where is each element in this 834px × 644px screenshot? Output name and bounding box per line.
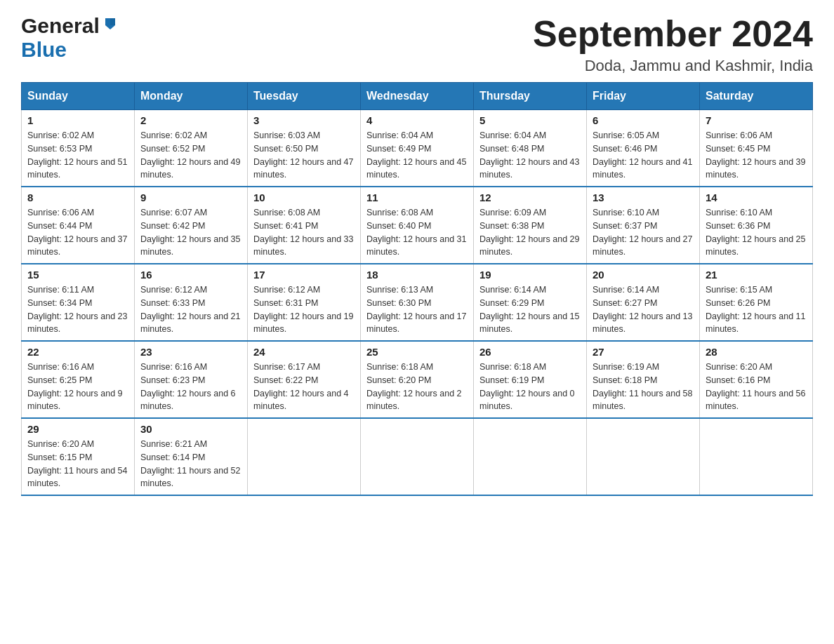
day-info: Sunrise: 6:04 AMSunset: 6:48 PMDaylight:…	[479, 130, 579, 180]
day-number: 12	[479, 192, 581, 203]
day-info: Sunrise: 6:21 AMSunset: 6:14 PMDaylight:…	[140, 439, 240, 488]
day-info: Sunrise: 6:16 AMSunset: 6:25 PMDaylight:…	[27, 362, 123, 411]
col-thursday: Thursday	[474, 83, 587, 110]
title-block: September 2024 Doda, Jammu and Kashmir, …	[533, 14, 813, 75]
day-number: 1	[27, 114, 128, 126]
table-row: 21 Sunrise: 6:15 AMSunset: 6:26 PMDaylig…	[700, 264, 813, 341]
table-row: 10 Sunrise: 6:08 AMSunset: 6:41 PMDaylig…	[248, 187, 361, 264]
table-row: 29 Sunrise: 6:20 AMSunset: 6:15 PMDaylig…	[22, 418, 135, 495]
day-info: Sunrise: 6:18 AMSunset: 6:19 PMDaylight:…	[479, 362, 575, 411]
day-number: 20	[593, 269, 694, 281]
table-row: 25 Sunrise: 6:18 AMSunset: 6:20 PMDaylig…	[361, 341, 474, 418]
logo-blue-text: Blue	[21, 38, 67, 61]
table-row: 16 Sunrise: 6:12 AMSunset: 6:33 PMDaylig…	[135, 264, 248, 341]
day-number: 30	[140, 423, 241, 435]
day-number: 24	[253, 346, 355, 358]
logo-general-text: General	[21, 14, 100, 38]
day-info: Sunrise: 6:06 AMSunset: 6:45 PMDaylight:…	[706, 130, 805, 180]
day-number: 25	[366, 346, 468, 358]
col-monday: Monday	[135, 83, 248, 110]
day-info: Sunrise: 6:15 AMSunset: 6:26 PMDaylight:…	[706, 285, 805, 334]
day-info: Sunrise: 6:18 AMSunset: 6:20 PMDaylight:…	[366, 362, 462, 411]
col-friday: Friday	[587, 83, 700, 110]
table-row: 1 Sunrise: 6:02 AMSunset: 6:53 PMDayligh…	[22, 110, 135, 187]
svg-marker-1	[110, 18, 115, 25]
table-row: 3 Sunrise: 6:03 AMSunset: 6:50 PMDayligh…	[248, 110, 361, 187]
page-header: General Blue September 2024 Doda, Jammu …	[21, 14, 813, 75]
day-info: Sunrise: 6:08 AMSunset: 6:41 PMDaylight:…	[253, 208, 353, 257]
day-number: 4	[366, 114, 468, 126]
day-number: 18	[366, 269, 468, 281]
day-number: 5	[479, 114, 581, 126]
day-number: 9	[140, 192, 241, 203]
table-row: 28 Sunrise: 6:20 AMSunset: 6:16 PMDaylig…	[700, 341, 813, 418]
table-row: 13 Sunrise: 6:10 AMSunset: 6:37 PMDaylig…	[587, 187, 700, 264]
day-info: Sunrise: 6:09 AMSunset: 6:38 PMDaylight:…	[479, 208, 579, 257]
table-row: 17 Sunrise: 6:12 AMSunset: 6:31 PMDaylig…	[248, 264, 361, 341]
day-number: 29	[27, 423, 128, 435]
table-row: 19 Sunrise: 6:14 AMSunset: 6:29 PMDaylig…	[474, 264, 587, 341]
logo: General Blue	[21, 14, 118, 62]
day-number: 19	[479, 269, 581, 281]
table-row: 23 Sunrise: 6:16 AMSunset: 6:23 PMDaylig…	[135, 341, 248, 418]
day-number: 23	[140, 346, 241, 358]
day-info: Sunrise: 6:12 AMSunset: 6:31 PMDaylight:…	[253, 285, 353, 334]
day-info: Sunrise: 6:07 AMSunset: 6:42 PMDaylight:…	[140, 208, 240, 257]
table-row: 11 Sunrise: 6:08 AMSunset: 6:40 PMDaylig…	[361, 187, 474, 264]
day-number: 22	[27, 346, 128, 358]
table-row: 8 Sunrise: 6:06 AMSunset: 6:44 PMDayligh…	[22, 187, 135, 264]
table-row	[248, 418, 361, 495]
day-info: Sunrise: 6:06 AMSunset: 6:44 PMDaylight:…	[27, 208, 127, 257]
col-sunday: Sunday	[22, 83, 135, 110]
calendar-title: September 2024	[533, 14, 813, 54]
table-row: 6 Sunrise: 6:05 AMSunset: 6:46 PMDayligh…	[587, 110, 700, 187]
table-row: 30 Sunrise: 6:21 AMSunset: 6:14 PMDaylig…	[135, 418, 248, 495]
calendar-table: Sunday Monday Tuesday Wednesday Thursday…	[21, 82, 813, 496]
col-wednesday: Wednesday	[361, 83, 474, 110]
day-info: Sunrise: 6:10 AMSunset: 6:36 PMDaylight:…	[706, 208, 805, 257]
col-tuesday: Tuesday	[248, 83, 361, 110]
day-info: Sunrise: 6:05 AMSunset: 6:46 PMDaylight:…	[593, 130, 692, 180]
day-number: 17	[253, 269, 355, 281]
day-number: 14	[706, 192, 807, 203]
day-number: 16	[140, 269, 241, 281]
day-info: Sunrise: 6:16 AMSunset: 6:23 PMDaylight:…	[140, 362, 236, 411]
table-row: 12 Sunrise: 6:09 AMSunset: 6:38 PMDaylig…	[474, 187, 587, 264]
day-number: 28	[706, 346, 807, 358]
col-saturday: Saturday	[700, 83, 813, 110]
table-row: 4 Sunrise: 6:04 AMSunset: 6:49 PMDayligh…	[361, 110, 474, 187]
table-row: 27 Sunrise: 6:19 AMSunset: 6:18 PMDaylig…	[587, 341, 700, 418]
table-row: 7 Sunrise: 6:06 AMSunset: 6:45 PMDayligh…	[700, 110, 813, 187]
day-info: Sunrise: 6:14 AMSunset: 6:27 PMDaylight:…	[593, 285, 692, 334]
day-number: 2	[140, 114, 241, 126]
day-info: Sunrise: 6:20 AMSunset: 6:16 PMDaylight:…	[706, 362, 805, 411]
day-info: Sunrise: 6:12 AMSunset: 6:33 PMDaylight:…	[140, 285, 240, 334]
calendar-week-row: 8 Sunrise: 6:06 AMSunset: 6:44 PMDayligh…	[22, 187, 813, 264]
calendar-week-row: 15 Sunrise: 6:11 AMSunset: 6:34 PMDaylig…	[22, 264, 813, 341]
day-number: 10	[253, 192, 355, 203]
logo-arrow-icon	[102, 15, 118, 34]
table-row: 22 Sunrise: 6:16 AMSunset: 6:25 PMDaylig…	[22, 341, 135, 418]
day-number: 7	[706, 114, 807, 126]
day-number: 26	[479, 346, 581, 358]
day-info: Sunrise: 6:10 AMSunset: 6:37 PMDaylight:…	[593, 208, 692, 257]
table-row	[587, 418, 700, 495]
day-info: Sunrise: 6:03 AMSunset: 6:50 PMDaylight:…	[253, 130, 353, 180]
table-row	[700, 418, 813, 495]
day-info: Sunrise: 6:04 AMSunset: 6:49 PMDaylight:…	[366, 130, 466, 180]
day-number: 3	[253, 114, 355, 126]
calendar-header-row: Sunday Monday Tuesday Wednesday Thursday…	[22, 83, 813, 110]
day-info: Sunrise: 6:11 AMSunset: 6:34 PMDaylight:…	[27, 285, 127, 334]
table-row: 2 Sunrise: 6:02 AMSunset: 6:52 PMDayligh…	[135, 110, 248, 187]
table-row: 18 Sunrise: 6:13 AMSunset: 6:30 PMDaylig…	[361, 264, 474, 341]
day-info: Sunrise: 6:13 AMSunset: 6:30 PMDaylight:…	[366, 285, 466, 334]
table-row: 5 Sunrise: 6:04 AMSunset: 6:48 PMDayligh…	[474, 110, 587, 187]
calendar-week-row: 1 Sunrise: 6:02 AMSunset: 6:53 PMDayligh…	[22, 110, 813, 187]
table-row: 24 Sunrise: 6:17 AMSunset: 6:22 PMDaylig…	[248, 341, 361, 418]
day-info: Sunrise: 6:02 AMSunset: 6:52 PMDaylight:…	[140, 130, 240, 180]
table-row: 9 Sunrise: 6:07 AMSunset: 6:42 PMDayligh…	[135, 187, 248, 264]
day-number: 27	[593, 346, 694, 358]
day-info: Sunrise: 6:14 AMSunset: 6:29 PMDaylight:…	[479, 285, 579, 334]
calendar-week-row: 22 Sunrise: 6:16 AMSunset: 6:25 PMDaylig…	[22, 341, 813, 418]
table-row: 14 Sunrise: 6:10 AMSunset: 6:36 PMDaylig…	[700, 187, 813, 264]
